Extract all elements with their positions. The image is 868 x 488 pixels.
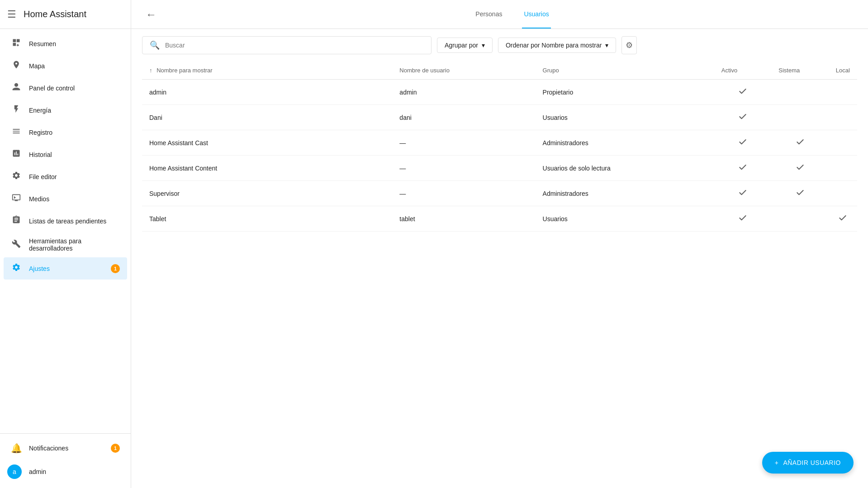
sidebar-header: ☰ Home Assistant — [0, 0, 131, 29]
content-area: 🔍 Agrupar por ▾ Ordenar por Nombre para … — [131, 29, 868, 488]
col-nombre-label: Nombre para mostrar — [157, 67, 213, 74]
sidebar-item-historial[interactable]: Historial — [4, 143, 127, 166]
col-header-sistema: Sistema — [771, 62, 828, 80]
cell-local-1 — [829, 105, 857, 130]
cell-sistema-0 — [771, 80, 828, 105]
tab-usuarios[interactable]: Usuarios — [522, 0, 550, 28]
table-row[interactable]: Home Assistant Cast — Administradores — [142, 130, 857, 156]
cell-local-3 — [829, 156, 857, 181]
ajustes-icon — [11, 263, 22, 274]
registro-icon — [11, 127, 22, 138]
table-row[interactable]: Tablet tablet Usuarios — [142, 206, 857, 232]
mapa-icon — [11, 60, 22, 71]
cell-local-2 — [829, 130, 857, 156]
add-user-label: AÑADIR USUARIO — [783, 459, 841, 466]
search-icon: 🔍 — [150, 40, 160, 50]
nav-label-tareas: Listas de tareas pendientes — [29, 218, 106, 225]
nav-label-fileeditor: File editor — [29, 173, 57, 180]
nav-label-panel: Panel de control — [29, 85, 75, 92]
cell-local-0 — [829, 80, 857, 105]
add-icon: + — [775, 459, 779, 466]
sidebar-item-registro[interactable]: Registro — [4, 121, 127, 143]
table-row[interactable]: Dani dani Usuarios — [142, 105, 857, 130]
sort-button[interactable]: Ordenar por Nombre para mostrar ▾ — [498, 38, 616, 53]
cell-username-4: — — [392, 181, 535, 206]
table-row[interactable]: Supervisor — Administradores — [142, 181, 857, 206]
sort-chevron-icon: ▾ — [605, 42, 608, 49]
cell-nombre-2: Home Assistant Cast — [142, 130, 392, 156]
nav-label-medios: Medios — [29, 195, 49, 203]
cell-nombre-1: Dani — [142, 105, 392, 130]
sidebar-item-resumen[interactable]: Resumen — [4, 33, 127, 55]
back-button[interactable]: ← — [142, 5, 160, 24]
search-input[interactable] — [165, 42, 424, 49]
column-settings-button[interactable]: ⚙ — [621, 36, 637, 54]
col-local-label: Local — [836, 67, 850, 74]
sidebar-item-energia[interactable]: Energía — [4, 99, 127, 121]
col-sistema-label: Sistema — [778, 67, 800, 74]
resumen-icon — [11, 38, 22, 49]
table-row[interactable]: Home Assistant Content — Usuarios de sol… — [142, 156, 857, 181]
sidebar-bottom: 🔔 Notificaciones 1 a admin — [0, 433, 131, 488]
sidebar-item-ajustes[interactable]: Ajustes 1 — [4, 257, 127, 280]
search-box: 🔍 — [142, 36, 432, 54]
avatar: a — [7, 464, 22, 479]
group-by-button[interactable]: Agrupar por ▾ — [437, 38, 493, 53]
badge-ajustes: 1 — [111, 264, 120, 273]
col-header-nombre[interactable]: ↑ Nombre para mostrar — [142, 62, 392, 80]
table-row[interactable]: admin admin Propietario — [142, 80, 857, 105]
sidebar-item-mapa[interactable]: Mapa — [4, 55, 127, 77]
nav-label-historial: Historial — [29, 151, 52, 158]
cell-username-2: — — [392, 130, 535, 156]
cell-sistema-3 — [771, 156, 828, 181]
col-header-activo: Activo — [714, 62, 771, 80]
col-activo-label: Activo — [721, 67, 737, 74]
cell-username-1: dani — [392, 105, 535, 130]
hamburger-icon[interactable]: ☰ — [7, 9, 16, 20]
panel-icon — [11, 82, 22, 94]
main-content: ← PersonasUsuarios 🔍 Agrupar por ▾ Orden… — [131, 0, 868, 488]
nav-label-registro: Registro — [29, 129, 52, 136]
add-user-button[interactable]: + AÑADIR USUARIO — [762, 452, 854, 474]
sidebar-item-fileeditor[interactable]: File editor — [4, 166, 127, 188]
col-header-grupo: Grupo — [536, 62, 714, 80]
cell-username-5: tablet — [392, 206, 535, 232]
admin-label: admin — [29, 468, 46, 475]
app-title: Home Assistant — [24, 9, 86, 19]
sidebar-item-tareas[interactable]: Listas de tareas pendientes — [4, 210, 127, 232]
sidebar-item-admin[interactable]: a admin — [0, 459, 131, 484]
sidebar-item-panel[interactable]: Panel de control — [4, 77, 127, 99]
notifications-badge: 1 — [111, 444, 120, 453]
tareas-icon — [11, 215, 22, 227]
cell-sistema-5 — [771, 206, 828, 232]
col-header-username: Nombre de usuario — [392, 62, 535, 80]
cell-activo-0 — [714, 80, 771, 105]
toolbar: 🔍 Agrupar por ▾ Ordenar por Nombre para … — [142, 36, 857, 54]
sort-label: Ordenar por Nombre para mostrar — [506, 42, 602, 49]
nav-label-energia: Energía — [29, 107, 51, 114]
cell-local-5 — [829, 206, 857, 232]
historial-icon — [11, 149, 22, 160]
cell-activo-3 — [714, 156, 771, 181]
tab-container: PersonasUsuarios — [167, 0, 857, 28]
group-label: Agrupar por — [445, 42, 478, 49]
cell-grupo-0: Propietario — [536, 80, 714, 105]
cell-nombre-0: admin — [142, 80, 392, 105]
cell-sistema-4 — [771, 181, 828, 206]
header-row: ↑ Nombre para mostrar Nombre de usuario … — [142, 62, 857, 80]
sidebar-nav: Resumen Mapa Panel de control Energía Re… — [0, 29, 131, 433]
col-grupo-label: Grupo — [543, 67, 559, 74]
nav-label-mapa: Mapa — [29, 62, 45, 70]
chevron-down-icon: ▾ — [482, 42, 485, 49]
cell-grupo-5: Usuarios — [536, 206, 714, 232]
cell-grupo-2: Administradores — [536, 130, 714, 156]
sidebar-item-notificaciones[interactable]: 🔔 Notificaciones 1 — [4, 437, 127, 459]
table-header: ↑ Nombre para mostrar Nombre de usuario … — [142, 62, 857, 80]
cell-activo-4 — [714, 181, 771, 206]
cell-grupo-4: Administradores — [536, 181, 714, 206]
sidebar-item-herramientas[interactable]: Herramientas para desarrolladores — [4, 232, 127, 257]
sidebar-item-medios[interactable]: Medios — [4, 188, 127, 210]
cell-username-0: admin — [392, 80, 535, 105]
tab-personas[interactable]: Personas — [474, 0, 504, 28]
fileeditor-icon — [11, 171, 22, 182]
